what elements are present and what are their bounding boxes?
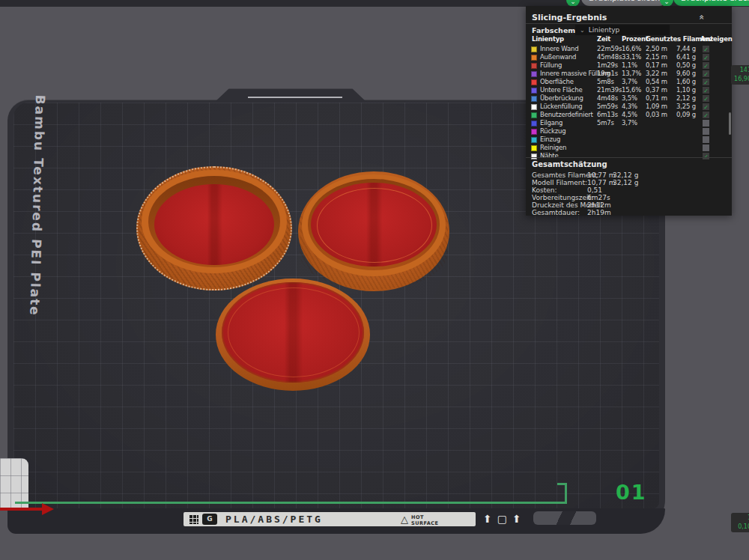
model-dish-2[interactable] [298, 171, 449, 291]
linetype-grams: 0,09 g [676, 111, 696, 119]
summary-value-2: 32,12 g [613, 179, 638, 186]
linetype-color-swatch [531, 55, 537, 61]
linetype-color-swatch [531, 121, 537, 127]
linetype-row[interactable]: Außenwand45m48s33,1%2,15 m6,41 g✓ [526, 53, 732, 61]
linetype-visibility-checkbox[interactable]: ✓ [703, 46, 709, 52]
eject-icon: ⬆ [483, 513, 497, 525]
print-plate-button[interactable]: Druckplatte drucken [673, 0, 749, 6]
dish-inner-ring [317, 188, 432, 263]
linetype-visibility-checkbox[interactable]: ✓ [703, 103, 709, 110]
linetype-color-swatch [531, 104, 537, 110]
linetype-row[interactable]: Eilgang5m7s3,7% [526, 119, 732, 127]
hot-surface-warning: △ HOTSURFACE [401, 513, 438, 526]
linetype-visibility-checkbox[interactable]: ✓ [703, 95, 709, 102]
plate-front-edge-nub [557, 483, 567, 485]
linetype-time: 22m59s [597, 45, 622, 53]
divider [526, 23, 732, 24]
layer-height: 16,90 [731, 75, 749, 84]
warning-text: HOTSURFACE [411, 513, 438, 526]
linetype-percent: 4,3% [622, 103, 637, 111]
plate-handling-icons: ⬆▢⬆ [483, 511, 536, 526]
linetype-color-swatch [531, 46, 537, 52]
summary-label: Gesamtdauer: [532, 209, 580, 216]
layer-number: 1 [731, 514, 749, 523]
linetype-label: Innere Wand [540, 45, 578, 53]
linetype-percent: 13,7% [622, 70, 641, 78]
linetype-label: Untere Fläche [540, 86, 583, 94]
linetype-row[interactable]: Nähte✓ [526, 152, 732, 160]
linetype-visibility-checkbox[interactable]: ✓ [703, 79, 709, 85]
linetype-time: 19m1s [597, 70, 618, 78]
linetype-color-swatch [531, 112, 537, 118]
plate-number: 01 [616, 481, 647, 504]
linetype-visibility-checkbox[interactable]: ✓ [703, 70, 709, 77]
layer-indicator-top: 141 16,90 [731, 65, 749, 85]
summary-value: 6m27s [587, 194, 610, 201]
linetype-row[interactable]: Einzug [526, 136, 732, 144]
linetype-time: 5m7s [597, 119, 614, 127]
linetype-row[interactable]: Untere Fläche21m39s15,6%0,37 m1,10 g✓ [526, 86, 732, 94]
linetype-row[interactable]: Innere Wand22m59s16,6%2,50 m7,44 g✓ [526, 45, 732, 53]
x-axis-arrowhead-icon [42, 503, 54, 515]
linetype-meters: 0,37 m [646, 86, 667, 94]
model-dish-3[interactable] [216, 279, 370, 391]
linetype-color-swatch [531, 145, 537, 151]
linetype-time: 6m13s [597, 111, 618, 119]
model-dish-1[interactable] [136, 166, 292, 290]
qr-code-icon [189, 514, 198, 524]
linetype-visibility-checkbox[interactable] [703, 120, 709, 127]
summary-value: 10,77 m [587, 179, 615, 186]
col-header-linientyp: Linientyp [532, 35, 564, 43]
plate-material-strip: G PLA/ABS/PETG △ HOTSURFACE [184, 512, 476, 526]
panel-scrollbar[interactable] [729, 112, 731, 135]
summary-row: Vorbereitungszeit:6m27s [526, 194, 732, 201]
summary-row: Modell Filament:10,77 m32,12 g [526, 179, 732, 186]
linetype-color-swatch [531, 96, 537, 102]
linetype-visibility-checkbox[interactable]: ✓ [703, 112, 709, 118]
linetype-visibility-checkbox[interactable] [703, 144, 709, 151]
linetype-meters: 1,09 m [646, 103, 667, 111]
slice-plate-button[interactable]: Druckplatte slicen [581, 0, 667, 6]
layer-indicator-bottom: 1 0,10 [731, 513, 749, 532]
linetype-color-swatch [531, 153, 537, 159]
linetype-meters: 0,03 m [646, 111, 667, 119]
material-label: PLA/ABS/PETG [225, 514, 323, 525]
linetype-row[interactable]: Überbrückung4m48s3,5%0,71 m2,12 g✓ [526, 94, 732, 103]
linetype-color-swatch [531, 71, 537, 77]
linetype-row[interactable]: Innere massive Füllung19m1s13,7%3,22 m9,… [526, 70, 732, 78]
linetype-grams: 7,44 g [676, 45, 696, 53]
color-scheme-label: Farbschema [532, 26, 580, 34]
linetype-grams: 1,10 g [676, 86, 696, 94]
linetype-meters: 0,71 m [646, 94, 667, 103]
linetype-percent: 3,7% [622, 78, 637, 86]
linetype-row[interactable]: Füllung1m29s1,1%0,17 m0,50 g✓ [526, 61, 732, 70]
linetype-color-swatch [531, 79, 537, 85]
linetype-visibility-checkbox[interactable]: ✓ [703, 54, 709, 61]
linetype-visibility-checkbox[interactable] [703, 136, 709, 143]
linetype-visibility-checkbox[interactable]: ✓ [703, 153, 709, 159]
linetype-row[interactable]: Rückzug [526, 127, 732, 136]
summary-value: 2h19m [587, 209, 611, 216]
linetype-grams: 0,50 g [676, 61, 696, 70]
linetype-grams: 2,12 g [676, 94, 696, 103]
linetype-percent: 3,5% [622, 94, 637, 103]
summary-value-2: 32,12 g [613, 171, 638, 179]
dish-inner-ring [228, 287, 360, 377]
eject-icon: ⬆ [512, 513, 527, 525]
linetype-row[interactable]: Benutzerdefiniert6m13s4,5%0,03 m0,09 g✓ [526, 111, 732, 119]
linetype-row[interactable]: Lückenfüllung5m59s4,3%1,09 m3,25 g✓ [526, 103, 732, 111]
summary-row: Gesamtes Filament:10,77 m32,12 g [526, 171, 732, 179]
linetype-visibility-checkbox[interactable]: ✓ [703, 62, 709, 69]
linetype-visibility-checkbox[interactable] [703, 128, 709, 135]
linetype-color-swatch [531, 137, 537, 143]
collapse-icon[interactable]: « [697, 12, 707, 22]
linetype-percent: 1,1% [622, 61, 637, 70]
linetype-visibility-checkbox[interactable]: ✓ [703, 87, 709, 94]
layer-number: 141 [731, 66, 749, 75]
linetype-row[interactable]: Reinigen [526, 144, 732, 152]
linetype-percent: 15,6% [622, 86, 641, 94]
linetype-row[interactable]: Oberfläche5m8s3,7%0,54 m1,60 g✓ [526, 78, 732, 86]
linetype-percent: 16,6% [622, 45, 641, 53]
linetype-meters: 0,17 m [646, 61, 667, 70]
color-scheme-dropdown[interactable]: ⌄Linientyp [575, 25, 670, 35]
